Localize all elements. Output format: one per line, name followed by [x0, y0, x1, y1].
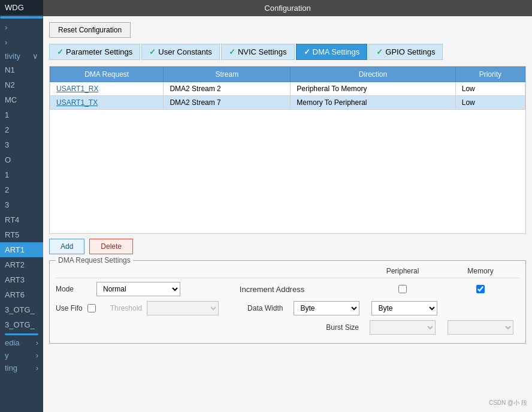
tab-label-gpio: GPIO Settings: [385, 47, 435, 56]
tab-check-user: ✓: [149, 47, 156, 56]
tab-gpio-settings[interactable]: ✓ GPIO Settings: [368, 44, 443, 60]
col-header-request: DMA Request: [50, 67, 164, 82]
col-header-stream: Stream: [164, 67, 291, 82]
dma-table-container: DMA Request Stream Direction Priority US…: [49, 66, 526, 234]
row-priority: Low: [455, 82, 525, 96]
sidebar-item-arrow1[interactable]: ›: [0, 20, 43, 35]
memory-dw-cell: Byte Half Word Word: [365, 301, 443, 315]
memory-burst-cell: [442, 320, 519, 335]
col-memory-header: Memory: [442, 267, 519, 275]
memory-burst-select[interactable]: [448, 320, 513, 335]
sidebar-item-usart3[interactable]: ART3: [0, 272, 43, 287]
peripheral-burst-cell: [364, 320, 442, 335]
use-fifo-label: Use Fifo: [56, 304, 83, 312]
tab-nvic-settings[interactable]: ✓ NVIC Settings: [221, 44, 295, 60]
peripheral-burst-select[interactable]: [370, 320, 436, 335]
settings-header-row: Peripheral Memory: [56, 267, 519, 278]
delete-button[interactable]: Delete: [89, 239, 133, 254]
table-row[interactable]: USART1_RX DMA2 Stream 2 Peripheral To Me…: [50, 82, 525, 96]
sidebar-item-mc[interactable]: MC: [0, 92, 43, 107]
row-stream: DMA2 Stream 7: [164, 96, 291, 110]
sidebar-caret-icon: ∨: [32, 52, 38, 61]
data-width-group: Byte Half Word Word Byte Half Word Word: [288, 301, 443, 315]
sidebar-item-otg1[interactable]: 3_OTG_: [0, 302, 43, 317]
burst-group: [364, 320, 519, 335]
sidebar-progress-bar: [0, 16, 43, 19]
row-request[interactable]: USART1_RX: [50, 82, 164, 96]
burst-row: Burst Size: [56, 320, 519, 335]
tabs-row: ✓ Parameter Settings ✓ User Constants ✓ …: [49, 44, 526, 60]
tab-check-gpio: ✓: [376, 47, 383, 56]
tab-label-user: User Constants: [158, 47, 212, 56]
sidebar-item-1b[interactable]: 1: [0, 167, 43, 182]
increment-address-label: Increment Address: [185, 285, 359, 294]
sidebar-ting-caret-icon: ›: [36, 363, 38, 372]
row-direction: Peripheral To Memory: [291, 82, 455, 96]
row-priority: Low: [455, 96, 525, 110]
data-width-label: Data Width: [247, 304, 283, 312]
sidebar-item-3a[interactable]: 3: [0, 137, 43, 152]
col-header-direction: Direction: [291, 67, 455, 82]
sidebar: WDG › › tivity ∨ N1 N2 MC 1 2 3 O 1 2 3 …: [0, 0, 43, 412]
sidebar-ting-item[interactable]: ting ›: [0, 362, 43, 374]
sidebar-item-o[interactable]: O: [0, 152, 43, 167]
sidebar-header: WDG: [0, 0, 43, 15]
tab-label-nvic: NVIC Settings: [238, 47, 287, 56]
use-fifo-checkbox[interactable]: [87, 304, 96, 312]
sidebar-item-rt4[interactable]: RT4: [0, 212, 43, 227]
sidebar-item-rt5[interactable]: RT5: [0, 227, 43, 242]
sidebar-item-arrow2[interactable]: ›: [0, 35, 43, 50]
table-row[interactable]: USART1_TX DMA2 Stream 7 Memory To Periph…: [50, 96, 525, 110]
sidebar-media-item[interactable]: edia ›: [0, 336, 43, 349]
peripheral-dw-cell: Byte Half Word Word: [288, 301, 365, 315]
config-title-bar: Configuration: [43, 0, 532, 16]
mode-row: Mode Normal Circular Increment Address: [56, 282, 519, 296]
sidebar-item-2a[interactable]: 2: [0, 122, 43, 137]
sidebar-item-3b[interactable]: 3: [0, 197, 43, 212]
sidebar-item-usart6[interactable]: ART6: [0, 287, 43, 302]
add-button[interactable]: Add: [49, 239, 84, 254]
row-direction: Memory To Peripheral: [291, 96, 455, 110]
burst-size-label: Burst Size: [326, 323, 359, 332]
tab-parameter-settings[interactable]: ✓ Parameter Settings: [49, 44, 140, 60]
reset-config-button[interactable]: Reset Configuration: [49, 22, 131, 38]
mode-select[interactable]: Normal Circular: [96, 282, 180, 296]
increment-check-group: [364, 285, 519, 293]
action-buttons: Add Delete: [49, 239, 526, 254]
peripheral-increment-checkbox[interactable]: [398, 285, 407, 293]
tab-dma-settings[interactable]: ✓ DMA Settings: [296, 44, 368, 60]
tab-label-dma: DMA Settings: [313, 47, 360, 56]
settings-header-cols: Peripheral Memory: [364, 267, 519, 275]
sidebar-item-usart2[interactable]: ART2: [0, 257, 43, 272]
sidebar-item-usart1[interactable]: ART1: [0, 242, 43, 257]
sidebar-item-otg2[interactable]: 3_OTG_: [0, 317, 43, 332]
watermark: CSDN @小 段: [489, 399, 527, 407]
peripheral-dw-select[interactable]: Byte Half Word Word: [294, 301, 359, 315]
threshold-select[interactable]: [147, 301, 219, 315]
row-request[interactable]: USART1_TX: [50, 96, 164, 110]
sidebar-media-caret-icon: ›: [36, 338, 38, 347]
tab-check-parameter: ✓: [57, 47, 64, 56]
tab-user-constants[interactable]: ✓ User Constants: [141, 44, 220, 60]
sidebar-y-item[interactable]: y ›: [0, 349, 43, 362]
memory-dw-select[interactable]: Byte Half Word Word: [371, 301, 437, 315]
sidebar-arrow1-icon: ›: [5, 23, 7, 32]
threshold-label: Threshold: [110, 304, 142, 312]
config-title: Configuration: [264, 4, 310, 13]
col-header-priority: Priority: [455, 67, 525, 82]
sidebar-item-1a[interactable]: 1: [0, 107, 43, 122]
sidebar-activity-item[interactable]: tivity ∨: [0, 50, 43, 62]
sidebar-item-n1[interactable]: N1: [0, 62, 43, 77]
sidebar-item-2b[interactable]: 2: [0, 182, 43, 197]
sidebar-item-n2[interactable]: N2: [0, 77, 43, 92]
content-area: Reset Configuration ✓ Parameter Settings…: [43, 16, 532, 412]
main-content: Configuration Reset Configuration ✓ Para…: [43, 0, 532, 412]
dma-settings-legend: DMA Request Settings: [56, 256, 133, 264]
sidebar-wdg-label: WDG: [5, 3, 24, 12]
dma-table: DMA Request Stream Direction Priority US…: [50, 67, 525, 110]
use-fifo-row: Use Fifo Threshold Data Width Byte Half …: [56, 301, 519, 315]
tab-check-nvic: ✓: [229, 47, 235, 56]
tab-check-dma: ✓: [304, 47, 310, 56]
memory-increment-checkbox[interactable]: [476, 285, 485, 293]
memory-increment-cell: [442, 285, 519, 293]
